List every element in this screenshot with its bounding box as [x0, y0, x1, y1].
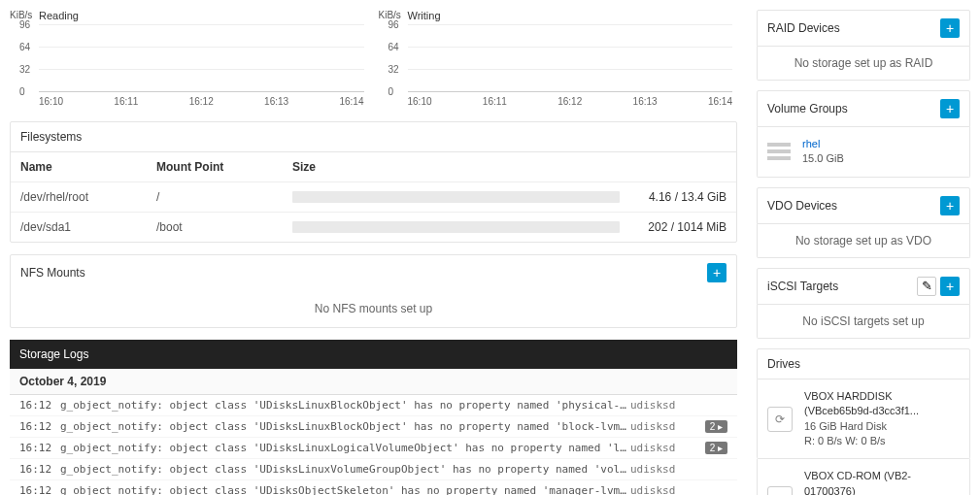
log-source: udisksd [630, 420, 698, 433]
fs-row[interactable]: /dev/sda1 /boot 202 / 1014 MiB [11, 212, 736, 242]
log-source: udisksd [630, 442, 698, 454]
drive-icon: ⟳ [767, 486, 793, 495]
drive-item[interactable]: ⟳ VBOX HARDDISK (VBceb65b9d-d3cc3f1... 1… [757, 380, 970, 460]
vg-title: Volume Groups [767, 102, 848, 116]
raid-title: RAID Devices [767, 21, 840, 35]
vg-add-button[interactable]: + [940, 99, 960, 118]
volume-group-icon [767, 143, 791, 160]
chart-reading: KiB/s Reading 96 64 32 0 16:10 16:11 16:… [10, 10, 369, 107]
log-time: 16:12 [19, 442, 60, 454]
log-time: 16:12 [19, 463, 60, 476]
raid-add-button[interactable]: + [940, 18, 960, 38]
vdo-add-button[interactable]: + [940, 196, 960, 215]
drive-icon: ⟳ [767, 407, 793, 432]
logs-date: October 4, 2019 [10, 369, 737, 395]
panel-title: NFS Mounts [20, 266, 85, 280]
raid-empty: No storage set up as RAID [757, 47, 970, 81]
usage-bar [292, 221, 620, 233]
log-count-badge: 2 ▸ [705, 420, 727, 433]
io-charts: KiB/s Reading 96 64 32 0 16:10 16:11 16:… [10, 10, 737, 107]
fs-header-row: Name Mount Point Size [11, 151, 736, 182]
iscsi-empty: No iSCSI targets set up [757, 305, 970, 339]
chart-title: Writing [408, 10, 441, 21]
log-row[interactable]: 16:12 g_object_notify: object class 'UDi… [10, 416, 737, 438]
log-row[interactable]: 16:12 g_object_notify: object class 'UDi… [10, 459, 737, 480]
log-message: g_object_notify: object class 'UDisksLin… [60, 463, 630, 476]
log-source: udisksd [630, 399, 698, 412]
panel-title: Filesystems [20, 130, 82, 144]
iscsi-edit-button[interactable]: ✎ [917, 277, 936, 296]
log-count-badge: 2 ▸ [705, 442, 727, 454]
fs-name: /dev/rhel/root [20, 190, 156, 204]
chart-writing: KiB/s Writing 96 64 32 0 16:10 16:11 16:… [379, 10, 738, 107]
vg-size: 15.0 GiB [802, 151, 844, 166]
usage-bar [292, 191, 620, 203]
log-time: 16:12 [19, 420, 60, 433]
nfs-add-button[interactable]: + [707, 263, 727, 282]
log-time: 16:12 [19, 484, 60, 495]
filesystems-panel: Filesystems Name Mount Point Size /dev/r… [10, 121, 737, 243]
drive-desc: 16 GiB Hard Disk [804, 419, 960, 434]
fs-name: /dev/sda1 [20, 220, 156, 234]
fs-mount: / [156, 190, 292, 204]
log-row[interactable]: 16:12 g_object_notify: object class 'UDi… [10, 480, 737, 495]
vdo-title: VDO Devices [767, 199, 837, 213]
drive-name: VBOX HARDDISK (VBceb65b9d-d3cc3f1... [804, 389, 960, 419]
iscsi-title: iSCSI Targets [767, 280, 838, 293]
vdo-empty: No storage set up as VDO [757, 224, 970, 258]
nfs-empty: No NFS mounts set up [11, 290, 736, 327]
drives-title: Drives [767, 357, 800, 371]
fs-mount: /boot [156, 220, 292, 234]
log-message: g_object_notify: object class 'UDisksLin… [60, 420, 630, 433]
log-message: g_object_notify: object class 'UDisksObj… [60, 484, 630, 495]
drive-rw: R: 0 B/s W: 0 B/s [804, 434, 960, 448]
nfs-panel: NFS Mounts + No NFS mounts set up [10, 254, 737, 328]
log-source: udisksd [630, 463, 698, 476]
logs-title: Storage Logs [10, 340, 737, 369]
log-message: g_object_notify: object class 'UDisksLin… [60, 442, 630, 454]
fs-size: 4.16 / 13.4 GiB [629, 190, 727, 204]
drive-item[interactable]: ⟳ VBOX CD-ROM (VB2-01700376) Optical Dri… [757, 459, 970, 495]
log-row[interactable]: 16:12 g_object_notify: object class 'UDi… [10, 438, 737, 459]
iscsi-add-button[interactable]: + [940, 277, 960, 296]
chart-title: Reading [39, 10, 79, 21]
vg-item[interactable]: rhel 15.0 GiB [757, 127, 970, 178]
log-message: g_object_notify: object class 'UDisksLin… [60, 399, 630, 412]
log-row[interactable]: 16:12 g_object_notify: object class 'UDi… [10, 395, 737, 416]
fs-row[interactable]: /dev/rhel/root / 4.16 / 13.4 GiB [11, 182, 736, 212]
drive-name: VBOX CD-ROM (VB2-01700376) [804, 469, 960, 495]
fs-size: 202 / 1014 MiB [629, 220, 727, 234]
storage-logs-panel: Storage Logs October 4, 2019 16:12 g_obj… [10, 340, 737, 495]
log-source: udisksd [630, 484, 698, 495]
log-time: 16:12 [19, 399, 60, 412]
vg-name[interactable]: rhel [802, 138, 820, 149]
